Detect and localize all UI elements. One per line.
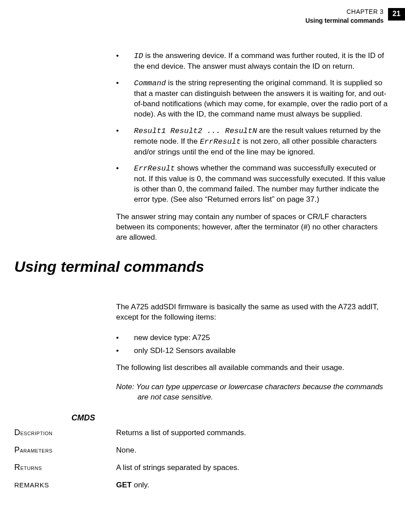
- chapter-label: CHAPTER 3: [305, 8, 384, 15]
- top-bullet-list: ID is the answering device. If a command…: [116, 51, 391, 205]
- code-token-errresult: ErrResult: [134, 164, 175, 173]
- def-value-returns: A list of strings separated by spaces.: [116, 463, 254, 473]
- page-number: 21: [388, 8, 405, 21]
- header-section-name: Using terminal commands: [305, 17, 384, 24]
- inner-bullet-item: only SDI-12 Sensors available: [116, 345, 391, 357]
- bullet-text: is the answering device. If a command wa…: [134, 51, 384, 71]
- def-value-remarks: GET only.: [116, 480, 163, 490]
- header-text-block: CHAPTER 3 Using terminal commands: [305, 8, 388, 24]
- intro-paragraph: The A725 addSDI firmware is basically th…: [116, 302, 391, 323]
- def-row-remarks: REMARKS GET only.: [0, 480, 405, 490]
- code-token-id: ID: [134, 52, 143, 60]
- def-label-returns: Returns: [0, 463, 116, 472]
- bullet-item: Command is the string representing the o…: [116, 78, 391, 120]
- bullet-item: Result1 Result2 ... ResultN are the resu…: [116, 126, 391, 158]
- note-text: You can type uppercase or lowercase char…: [136, 382, 383, 401]
- def-label-remarks: REMARKS: [0, 481, 116, 489]
- remarks-get-bold: GET: [116, 481, 132, 489]
- remarks-rest: only.: [132, 481, 149, 489]
- section-content: The A725 addSDI firmware is basically th…: [0, 302, 405, 403]
- def-value-parameters: None.: [116, 445, 150, 456]
- page: CHAPTER 3 Using terminal commands 21 ID …: [0, 0, 405, 511]
- section-heading: Using terminal commands: [14, 258, 405, 275]
- def-row-returns: Returns A list of strings separated by s…: [0, 463, 405, 473]
- page-header: CHAPTER 3 Using terminal commands 21: [0, 8, 405, 24]
- def-row-description: Description Returns a list of supported …: [0, 428, 405, 438]
- inner-bullet-item: new device type: A725: [116, 332, 391, 344]
- def-row-parameters: Parameters None.: [0, 445, 405, 456]
- def-label-parameters: Parameters: [0, 445, 116, 455]
- def-label-description: Description: [0, 428, 116, 437]
- content-column: ID is the answering device. If a command…: [0, 51, 405, 243]
- note-label: Note:: [116, 382, 136, 391]
- def-value-description: Returns a list of supported commands.: [116, 428, 260, 438]
- bullet-item: ID is the answering device. If a command…: [116, 51, 391, 72]
- note-paragraph: Note: You can type uppercase or lowercas…: [116, 382, 391, 403]
- code-token-errresult-inline: ErrResult: [200, 137, 241, 146]
- code-token-results: Result1 Result2 ... ResultN: [134, 127, 257, 135]
- code-token-command: Command: [134, 79, 166, 87]
- command-title: CMDS: [71, 413, 405, 423]
- inner-bullet-list: new device type: A725 only SDI-12 Sensor…: [116, 332, 391, 357]
- post-bullets-paragraph: The answer string may contain any number…: [116, 212, 391, 243]
- bullet-text: is the string representing the original …: [134, 79, 388, 118]
- bullet-item: ErrResult shows whether the command was …: [116, 163, 391, 205]
- post-inner-paragraph: The following list describes all availab…: [116, 363, 391, 373]
